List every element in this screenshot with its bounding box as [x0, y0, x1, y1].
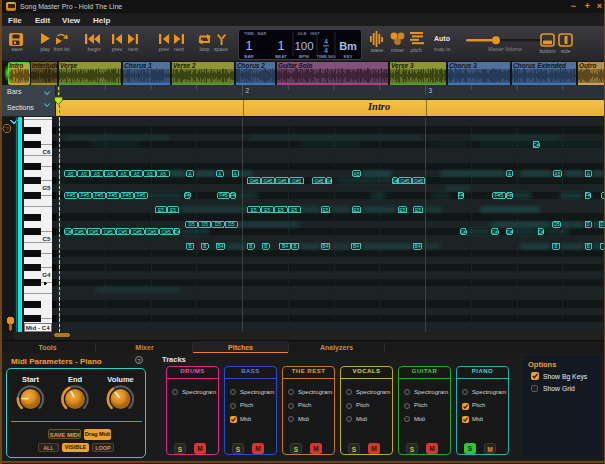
svg-text:C#: C#: [538, 230, 544, 235]
svg-text:2: 2: [246, 87, 250, 94]
svg-text:F#5: F#5: [137, 193, 146, 198]
svg-text:C#5: C#5: [162, 230, 171, 235]
svg-text:End: End: [68, 375, 83, 384]
svg-text:mixer: mixer: [391, 47, 404, 53]
svg-text:Auto: Auto: [434, 35, 450, 42]
svg-text:3: 3: [429, 87, 433, 94]
svg-text:C#: C#: [507, 230, 513, 235]
svg-text:G#5: G#5: [414, 179, 423, 184]
svg-text:F#5: F#5: [495, 193, 504, 198]
svg-text:E5: E5: [400, 208, 406, 213]
svg-text:pitch: pitch: [410, 47, 421, 53]
svg-text:D5: D5: [553, 222, 559, 227]
svg-text:C#5: C#5: [104, 230, 113, 235]
svg-text:G#5: G#5: [249, 179, 258, 184]
svg-text:G#5: G#5: [277, 179, 286, 184]
svg-text:C#: C#: [460, 230, 466, 235]
svg-text:A5: A5: [147, 172, 153, 177]
svg-text:E5: E5: [354, 208, 360, 213]
svg-text:BAR: BAR: [244, 54, 254, 59]
svg-text:E5: E5: [264, 208, 270, 213]
svg-text:B: B: [554, 244, 557, 249]
svg-text:BEAT: BEAT: [275, 54, 287, 59]
svg-text:C#5: C#5: [75, 230, 84, 235]
svg-text:F#5: F#5: [95, 193, 104, 198]
svg-text:100: 100: [294, 40, 313, 52]
svg-text:TIME SIG: TIME SIG: [316, 54, 336, 59]
svg-text:C#: C#: [533, 143, 539, 148]
svg-text:B4: B4: [353, 244, 359, 249]
svg-text:A5: A5: [555, 172, 561, 177]
svg-text:1: 1: [246, 39, 253, 53]
svg-text:C#5: C#5: [89, 230, 98, 235]
svg-text:G#5: G#5: [314, 179, 323, 184]
svg-text:Master Volume: Master Volume: [488, 46, 522, 52]
svg-text:A5: A5: [68, 172, 74, 177]
svg-text:G#5: G#5: [292, 179, 301, 184]
svg-text:G#: G#: [392, 179, 399, 184]
svg-text:BAR: BAR: [257, 31, 266, 36]
svg-text:A5: A5: [120, 172, 126, 177]
svg-text:A5: A5: [160, 172, 166, 177]
svg-text:G#: G#: [326, 179, 333, 184]
svg-text:B: B: [587, 244, 590, 249]
svg-text:B: B: [188, 244, 191, 249]
svg-text:snap to: snap to: [434, 46, 451, 52]
svg-text:Bm: Bm: [339, 40, 357, 52]
svg-text:B4: B4: [323, 244, 329, 249]
svg-text:F#5: F#5: [81, 193, 90, 198]
svg-text:C#5: C#5: [133, 230, 142, 235]
svg-text:G#5: G#5: [263, 179, 272, 184]
svg-text:1: 1: [278, 39, 285, 53]
svg-text:D5: D5: [189, 222, 195, 227]
svg-text:G4: G4: [42, 271, 51, 278]
svg-text:E5: E5: [323, 208, 329, 213]
svg-text:C6: C6: [43, 148, 51, 155]
svg-text:F#5: F#5: [67, 193, 76, 198]
svg-text:E5: E5: [415, 208, 421, 213]
svg-text:C#: C#: [174, 230, 180, 235]
svg-text:C#5: C#5: [118, 230, 127, 235]
svg-text:A5: A5: [107, 172, 113, 177]
svg-text:F#: F#: [507, 193, 513, 198]
svg-text:E5: E5: [291, 208, 297, 213]
svg-text:wave: wave: [371, 47, 383, 53]
svg-text:BPM: BPM: [299, 54, 309, 59]
svg-text:C#: C#: [492, 230, 498, 235]
svg-text:B: B: [249, 244, 252, 249]
svg-text:D5: D5: [215, 222, 221, 227]
svg-text:bottom: bottom: [539, 48, 556, 54]
svg-text:D: D: [600, 222, 604, 227]
svg-text:TIME: TIME: [244, 31, 254, 36]
svg-text:E5: E5: [278, 208, 284, 213]
svg-text:F#5: F#5: [123, 193, 132, 198]
svg-text:F#5: F#5: [109, 193, 118, 198]
svg-text:E5: E5: [170, 208, 176, 213]
svg-text:B: B: [203, 244, 206, 249]
svg-text:A5: A5: [81, 172, 87, 177]
svg-text:C#5: C#5: [147, 230, 156, 235]
svg-text:F#: F#: [458, 193, 464, 198]
svg-text:D5: D5: [228, 222, 234, 227]
svg-text:Mid - C4: Mid - C4: [26, 324, 51, 331]
svg-text:C#: C#: [65, 230, 71, 235]
svg-text:F#: F#: [185, 193, 191, 198]
svg-text:B4: B4: [282, 244, 288, 249]
svg-text:A5: A5: [94, 172, 100, 177]
svg-text:B4: B4: [218, 244, 224, 249]
svg-text:B4: B4: [415, 244, 421, 249]
svg-text:G#5: G#5: [400, 179, 409, 184]
svg-text:Volume: Volume: [107, 375, 134, 384]
svg-text:A5: A5: [134, 172, 140, 177]
svg-text:INST: INST: [310, 31, 320, 36]
svg-text:E5: E5: [251, 208, 257, 213]
svg-text:F#5: F#5: [219, 193, 228, 198]
svg-text:GLB: GLB: [298, 31, 307, 36]
svg-text:4: 4: [324, 38, 328, 45]
svg-text:G5: G5: [42, 184, 51, 191]
svg-text:F#: F#: [230, 193, 236, 198]
svg-text:B: B: [264, 244, 267, 249]
svg-text:side: side: [561, 48, 571, 54]
svg-text:B: B: [293, 244, 296, 249]
svg-text:KEY: KEY: [343, 54, 352, 59]
